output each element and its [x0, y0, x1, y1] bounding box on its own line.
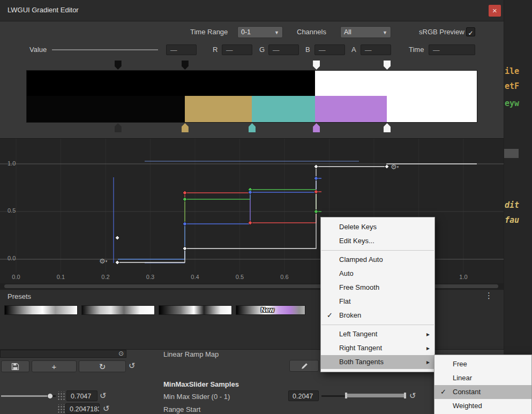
- menu-item-linear[interactable]: Linear: [434, 371, 531, 385]
- range-start-value-field[interactable]: 0.2047183: [65, 403, 100, 414]
- minmax-handle-max[interactable]: [404, 393, 406, 398]
- preset-swatch[interactable]: [159, 305, 232, 315]
- menu-item-label: Delete Keys: [339, 223, 377, 231]
- b-label: B: [305, 46, 310, 54]
- value-slider[interactable]: [52, 49, 158, 50]
- menu-item-free[interactable]: Free: [434, 357, 531, 371]
- undo-button[interactable]: ↺: [409, 391, 416, 401]
- close-button[interactable]: ×: [489, 5, 501, 17]
- range-start-label: Range Start: [163, 405, 200, 413]
- x-axis-tick-label: 0.0: [9, 274, 23, 280]
- y-axis-tick-label: 0.5: [8, 207, 16, 214]
- submenu-arrow-icon: ▸: [426, 341, 430, 355]
- alpha-key-marker[interactable]: [313, 61, 320, 70]
- menu-item-label: Clamped Auto: [339, 255, 383, 264]
- color-key-marker[interactable]: [182, 123, 189, 132]
- menu-item-both-tangents[interactable]: Both Tangents▸: [321, 355, 434, 369]
- a-field[interactable]: —: [361, 44, 391, 55]
- undo-button[interactable]: ↺: [100, 391, 107, 401]
- kebab-menu-icon[interactable]: ⋮: [485, 291, 493, 300]
- r-field[interactable]: —: [222, 44, 252, 55]
- channels-dropdown[interactable]: All ▼: [340, 26, 391, 38]
- ramp-preview-bar[interactable]: [0, 350, 126, 358]
- time-field[interactable]: —: [429, 44, 475, 55]
- curve-red[interactable]: [118, 192, 321, 259]
- drag-dots-decor: [57, 404, 65, 414]
- menu-item-constant[interactable]: ✓Constant: [434, 385, 531, 399]
- menu-item-label: Free Smooth: [339, 283, 379, 291]
- code-text-fragment: etF: [505, 81, 519, 91]
- menu-item-delete-keys[interactable]: Delete Keys: [321, 220, 434, 234]
- menu-item-edit-keys[interactable]: Edit Keys...: [321, 234, 434, 248]
- gradient-strip[interactable]: [27, 71, 477, 122]
- value-label: Value: [29, 46, 47, 54]
- menu-item-right-tangent[interactable]: Right Tangent▸: [321, 341, 434, 355]
- ramp-picker-icon[interactable]: ⊙: [118, 350, 124, 357]
- undo-button[interactable]: ↺: [129, 361, 136, 371]
- color-key-marker[interactable]: [115, 123, 122, 132]
- y-axis-tick-label: 0.0: [8, 255, 16, 261]
- value-field[interactable]: —: [166, 44, 197, 55]
- code-editor-scrollbar[interactable]: [504, 149, 519, 158]
- x-axis-tick-label: 0.6: [278, 274, 291, 280]
- curve-key-alpha[interactable]: [183, 246, 187, 251]
- minmax-handle-min[interactable]: [345, 393, 347, 398]
- save-ramp-button[interactable]: [1, 360, 29, 372]
- edit-ramp-button[interactable]: [289, 360, 319, 372]
- curve-key-alpha[interactable]: [115, 260, 119, 265]
- menu-item-auto[interactable]: Auto: [321, 267, 434, 281]
- menu-item-flat[interactable]: Flat: [321, 295, 434, 308]
- curve-wrap-gear-icon[interactable]: ⚙▾: [99, 258, 107, 265]
- curve-key-alpha[interactable]: [115, 236, 119, 240]
- refresh-ramp-button[interactable]: ↻: [79, 360, 126, 372]
- curve-key-blue[interactable]: [183, 222, 187, 226]
- minmax-slider-range[interactable]: [347, 394, 404, 397]
- g-field[interactable]: —: [268, 44, 299, 55]
- menu-item-label: Edit Keys...: [339, 237, 374, 245]
- g-label: G: [259, 46, 265, 54]
- color-key-marker[interactable]: [249, 123, 256, 132]
- preset-swatch[interactable]: [4, 305, 78, 315]
- preset-swatch[interactable]: [81, 305, 155, 315]
- curve-wrap-gear-icon[interactable]: ⚙▾: [391, 163, 399, 170]
- alpha-keys-row: [27, 60, 477, 70]
- undo-button[interactable]: ↺: [103, 404, 110, 413]
- srgb-checkbox[interactable]: ✓: [466, 27, 475, 36]
- curve-key-alpha[interactable]: [314, 164, 318, 169]
- menu-item-broken[interactable]: ✓Broken: [321, 308, 434, 322]
- menu-item-label: Linear: [453, 374, 472, 382]
- curve-key-blue[interactable]: [248, 190, 252, 194]
- color-keys-row: [27, 123, 477, 133]
- color-key-marker[interactable]: [384, 123, 391, 132]
- curve-key-red[interactable]: [248, 221, 252, 225]
- menu-item-left-tangent[interactable]: Left Tangent▸: [321, 327, 434, 341]
- alpha-key-marker[interactable]: [182, 61, 189, 70]
- b-field[interactable]: —: [314, 44, 345, 55]
- minmax-value-field[interactable]: 0.2047: [288, 390, 319, 401]
- menu-item-weighted[interactable]: Weighted: [434, 399, 531, 413]
- add-ramp-button[interactable]: +: [32, 360, 77, 372]
- r-label: R: [213, 46, 218, 54]
- preset-swatch[interactable]: New: [236, 305, 305, 315]
- menu-item-clamped-auto[interactable]: Clamped Auto: [321, 253, 434, 267]
- y-axis-tick-label: 1.0: [8, 160, 16, 167]
- time-range-dropdown[interactable]: 0-1 ▼: [237, 26, 283, 38]
- menu-item-label: Both Tangents: [339, 358, 384, 366]
- curve-blue[interactable]: [118, 178, 321, 259]
- curve-key-blue[interactable]: [314, 176, 318, 180]
- curve-key-green[interactable]: [183, 197, 187, 201]
- alpha-key-marker[interactable]: [115, 61, 122, 70]
- slider-value-field[interactable]: 0.7047: [66, 390, 98, 401]
- channels-label: Channels: [297, 28, 326, 36]
- menu-item-free-smooth[interactable]: Free Smooth: [321, 281, 434, 295]
- alpha-key-marker[interactable]: [384, 61, 391, 70]
- curve-key-alpha[interactable]: [385, 164, 389, 169]
- presets-label: Presets: [8, 292, 31, 300]
- slider-handle[interactable]: [47, 393, 53, 399]
- title-bar: LWGUI Gradient Editor ×: [0, 0, 504, 21]
- curve-key-red[interactable]: [183, 191, 187, 195]
- menu-item-label: Flat: [339, 297, 351, 305]
- curve-key-red[interactable]: [314, 190, 318, 194]
- color-key-marker[interactable]: [313, 123, 320, 132]
- curve-key-green[interactable]: [314, 209, 318, 214]
